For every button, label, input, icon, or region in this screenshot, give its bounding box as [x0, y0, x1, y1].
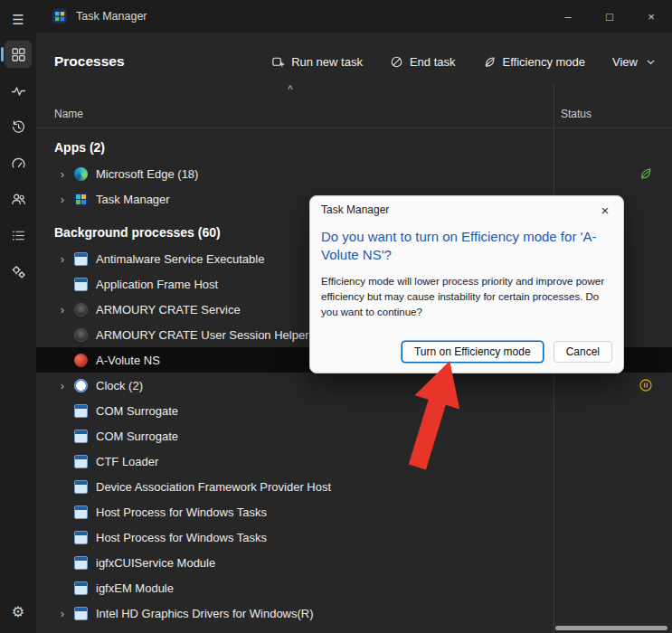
sidebar-item-processes[interactable]	[0, 36, 36, 72]
sidebar-item-startup-apps[interactable]	[0, 145, 36, 181]
paused-status-icon	[639, 378, 653, 392]
end-task-icon	[390, 55, 403, 69]
expand-chevron-icon[interactable]: ›	[56, 252, 69, 266]
nav-menu-button[interactable]: ☰	[0, 4, 36, 36]
minimize-button[interactable]: –	[547, 0, 589, 33]
armoury-app-icon	[74, 328, 88, 342]
expand-chevron-icon[interactable]: ›	[56, 607, 69, 620]
sidebar-item-settings[interactable]: ⚙	[0, 593, 36, 629]
horizontal-scrollbar[interactable]	[555, 626, 667, 630]
efficiency-mode-button[interactable]: Efficiency mode	[483, 55, 586, 69]
task-manager-window: ☰	[0, 0, 672, 633]
services-gears-icon	[11, 264, 26, 279]
users-icon	[11, 192, 26, 207]
close-button[interactable]: ×	[630, 0, 672, 33]
page-title: Processes	[54, 53, 125, 70]
window-title: Task Manager	[76, 10, 147, 23]
armoury-app-icon	[74, 303, 88, 316]
process-name: igfxEM Module	[96, 581, 174, 595]
end-task-label: End task	[410, 55, 456, 69]
window-app-icon	[74, 556, 88, 570]
process-name: Task Manager	[96, 193, 170, 206]
process-row[interactable]: igfxEM Module	[36, 575, 672, 600]
sidebar-item-details[interactable]	[0, 217, 36, 253]
leaf-status-icon	[639, 166, 653, 181]
process-name: Antimalware Service Executable	[96, 252, 264, 266]
sidebar-item-app-history[interactable]	[0, 109, 36, 145]
dialog-heading: Do you want to turn on Efficiency mode f…	[321, 228, 612, 265]
expand-chevron-icon[interactable]: ›	[56, 303, 69, 316]
process-name: ARMOURY CRATE User Session Helper	[96, 328, 309, 342]
chevron-down-icon	[644, 55, 658, 69]
window-app-icon	[74, 480, 88, 494]
dialog-buttons: Turn on Efficiency mode Cancel	[402, 341, 612, 363]
dialog-close-icon[interactable]: ×	[587, 196, 623, 223]
window-app-icon	[74, 252, 88, 266]
performance-pulse-icon	[11, 83, 26, 99]
process-row[interactable]: Device Association Framework Provider Ho…	[36, 474, 672, 499]
view-label: View	[612, 55, 638, 69]
view-button[interactable]: View	[612, 55, 658, 69]
toolbar: Run new task End task Efficiency mode Vi…	[271, 55, 658, 69]
dialog-title: Task Manager	[321, 203, 389, 216]
process-row[interactable]: Host Process for Windows Tasks	[36, 499, 672, 524]
process-name: Clock (2)	[96, 379, 143, 392]
efficiency-mode-label: Efficiency mode	[503, 55, 586, 69]
window-app-icon	[74, 404, 88, 418]
process-row[interactable]: ›Clock (2)	[36, 373, 672, 398]
run-new-task-button[interactable]: Run new task	[271, 55, 363, 69]
startup-gauge-icon	[11, 156, 26, 171]
window-app-icon	[74, 505, 88, 519]
process-name: COM Surrogate	[96, 430, 178, 443]
process-row[interactable]: ›Microsoft Edge (18)	[36, 161, 672, 186]
task-manager-app-icon	[52, 9, 67, 24]
process-name: COM Surrogate	[96, 404, 178, 418]
process-name: A-Volute NS	[96, 354, 160, 367]
process-row[interactable]: COM Surrogate	[36, 423, 672, 449]
titlebar: Task Manager – □ ×	[36, 0, 672, 33]
window-app-icon	[74, 531, 88, 544]
group-header[interactable]: Apps (2)	[36, 134, 672, 161]
process-row[interactable]: Host Process for Windows Tasks	[36, 524, 672, 550]
process-name: Host Process for Windows Tasks	[96, 505, 267, 519]
new-task-icon	[271, 55, 285, 69]
process-name: Microsoft Edge (18)	[96, 167, 198, 181]
column-header-status[interactable]: Status	[561, 108, 592, 120]
hamburger-icon: ☰	[12, 12, 24, 28]
window-app-icon	[74, 607, 88, 620]
sidebar-item-performance[interactable]	[0, 72, 36, 109]
dialog-body-text: Efficiency mode will lower process prior…	[321, 274, 612, 321]
processes-grid-icon	[11, 47, 26, 62]
clock-app-icon	[74, 379, 88, 392]
process-row[interactable]: COM Surrogate	[36, 398, 672, 423]
taskmgr-app-icon	[74, 193, 88, 206]
process-row[interactable]: ›Intel HD Graphics Drivers for Windows(R…	[36, 600, 672, 626]
run-new-task-label: Run new task	[291, 55, 363, 69]
leaf-icon	[483, 55, 497, 69]
process-name: igfxCUIService Module	[96, 556, 215, 570]
expand-chevron-icon[interactable]: ›	[56, 193, 69, 206]
sidebar-item-services[interactable]	[0, 253, 36, 289]
history-icon	[11, 119, 26, 135]
efficiency-mode-dialog: Task Manager × Do you want to turn on Ef…	[309, 195, 624, 373]
column-header-row: ^ Name Status	[36, 83, 672, 128]
column-header-name[interactable]: Name	[54, 108, 83, 120]
maximize-button[interactable]: □	[589, 0, 630, 33]
window-app-icon	[74, 278, 88, 291]
window-app-icon	[74, 455, 88, 468]
edge-app-icon	[74, 167, 88, 181]
cancel-button[interactable]: Cancel	[554, 341, 612, 363]
sidebar-item-users[interactable]	[0, 181, 36, 217]
process-row[interactable]: igfxCUIService Module	[36, 550, 672, 575]
content-header: Processes Run new task End task Effici	[36, 43, 672, 80]
turn-on-efficiency-mode-button[interactable]: Turn on Efficiency mode	[402, 341, 544, 363]
process-row[interactable]: CTF Loader	[36, 449, 672, 474]
process-name: ARMOURY CRATE Service	[96, 303, 241, 316]
process-name: Host Process for Windows Tasks	[96, 531, 267, 544]
sidebar: ☰	[0, 0, 36, 633]
expand-chevron-icon[interactable]: ›	[56, 379, 69, 392]
window-app-icon	[74, 430, 88, 443]
dialog-titlebar: Task Manager	[310, 196, 623, 223]
end-task-button[interactable]: End task	[390, 55, 456, 69]
expand-chevron-icon[interactable]: ›	[56, 167, 69, 181]
